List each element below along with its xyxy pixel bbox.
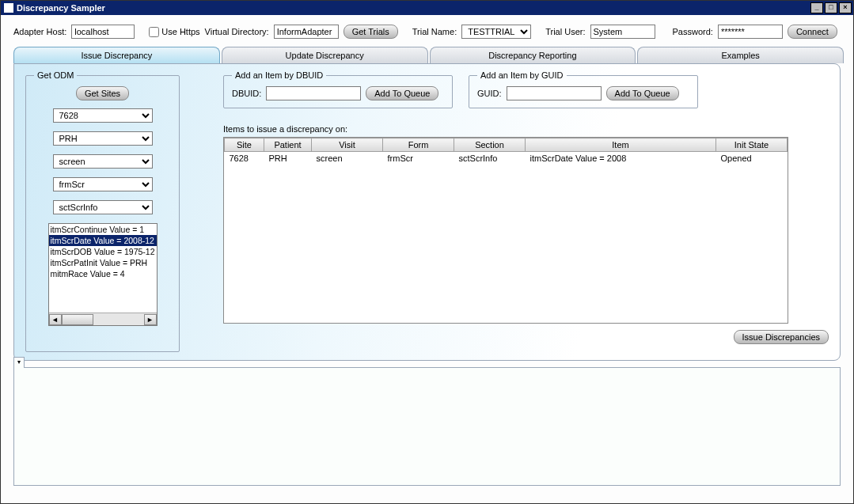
section-select[interactable]: sctScrInfo [53,200,153,214]
issue-discrepancies-button[interactable]: Issue Discrepancies [734,330,829,344]
patient-select[interactable]: PRH [53,131,153,146]
minimize-button[interactable]: _ [810,2,823,13]
list-item[interactable]: mitmRace Value = 4 [49,268,157,279]
tab-discrepancy-reporting[interactable]: Discrepancy Reporting [430,47,636,63]
window-title: Discrepancy Sampler [17,3,810,13]
guid-label: GUID: [477,89,502,98]
form-select[interactable]: frmScr [53,177,153,191]
cell-visit: screen [312,152,383,165]
table-row[interactable]: 7628 PRH screen frmScr sctScrInfo itmScr… [225,152,788,165]
log-pane[interactable]: ▾ [13,367,841,486]
col-visit[interactable]: Visit [312,138,383,152]
trial-user-label: Trial User: [545,27,585,36]
list-item[interactable]: itmScrContinue Value = 1 [49,224,157,235]
col-section[interactable]: Section [454,138,526,152]
list-item[interactable]: itmScrPatInit Value = PRH [49,257,157,268]
maximize-button[interactable]: □ [825,2,837,13]
scroll-right-icon[interactable]: ► [144,314,157,325]
queue-label: Items to issue a discrepancy on: [223,124,829,134]
dbuid-input[interactable] [266,86,361,100]
add-by-guid-group: Add an Item by GUID GUID: Add To Queue [469,70,698,108]
visit-select[interactable]: screen [53,154,153,169]
titlebar: Discrepancy Sampler _ □ × [1,1,853,15]
add-by-guid-legend: Add an Item by GUID [477,70,567,80]
password-input[interactable] [718,25,783,39]
adapter-host-input[interactable] [71,25,135,39]
get-odm-legend: Get ODM [34,70,77,80]
queue-grid[interactable]: Site Patient Visit Form Section Item Ini… [223,137,788,324]
col-initstate[interactable]: Init State [716,138,788,152]
tab-issue-discrepancy[interactable]: Issue Discrepancy [13,47,220,63]
guid-input[interactable] [507,86,602,100]
add-dbuid-button[interactable]: Add To Queue [366,86,438,100]
col-site[interactable]: Site [225,138,264,152]
close-button[interactable]: × [839,2,852,13]
col-patient[interactable]: Patient [264,138,312,152]
main-tabs: Issue Discrepancy Update Discrepancy Dis… [9,47,845,63]
app-icon [4,3,13,13]
cell-initstate: Opened [716,152,788,165]
tab-body: Get ODM Get Sites 7628 PRH screen frmScr… [13,63,841,361]
add-by-dbuid-group: Add an Item by DBUID DBUID: Add To Queue [223,70,453,108]
trial-name-label: Trial Name: [412,27,457,36]
col-item[interactable]: Item [526,138,716,152]
cell-form: frmScr [383,152,454,165]
get-trials-button[interactable]: Get Trials [343,25,398,39]
list-item[interactable]: itmScrDOB Value = 1975-12 [49,246,157,257]
password-label: Password: [673,27,713,36]
listbox-hscroll[interactable]: ◄ ► [49,313,157,325]
list-item[interactable]: itmScrDate Value = 2008-12 [49,235,157,246]
tab-examples[interactable]: Examples [637,47,844,63]
get-sites-button[interactable]: Get Sites [76,86,129,100]
dbuid-label: DBUID: [232,89,261,98]
tab-update-discrepancy[interactable]: Update Discrepancy [222,47,428,63]
connection-toolbar: Adapter Host: Use Https Virtual Director… [9,21,845,47]
add-by-dbuid-legend: Add an Item by DBUID [232,70,326,80]
trial-name-select[interactable]: TESTTRIAL [461,25,531,39]
virtual-directory-label: Virtual Directory: [205,27,269,36]
items-listbox[interactable]: itmScrContinue Value = 1 itmScrDate Valu… [48,223,158,326]
use-https-label: Use Https [161,27,199,36]
trial-user-input[interactable] [590,25,655,39]
get-odm-group: Get ODM Get Sites 7628 PRH screen frmScr… [25,70,180,352]
scroll-left-icon[interactable]: ◄ [49,314,62,325]
scroll-thumb[interactable] [62,314,93,325]
cell-section: sctScrInfo [454,152,526,165]
cell-item: itmScrDate Value = 2008 [526,152,716,165]
add-guid-button[interactable]: Add To Queue [606,86,679,100]
cell-patient: PRH [264,152,312,165]
adapter-host-label: Adapter Host: [13,27,66,36]
site-select[interactable]: 7628 [53,108,153,123]
virtual-directory-input[interactable] [274,25,339,39]
grid-header-row: Site Patient Visit Form Section Item Ini… [225,138,788,152]
connect-button[interactable]: Connect [788,25,837,39]
use-https-checkbox[interactable] [149,27,159,37]
cell-site: 7628 [225,152,264,165]
log-toggle-icon[interactable]: ▾ [13,357,25,368]
col-form[interactable]: Form [383,138,454,152]
